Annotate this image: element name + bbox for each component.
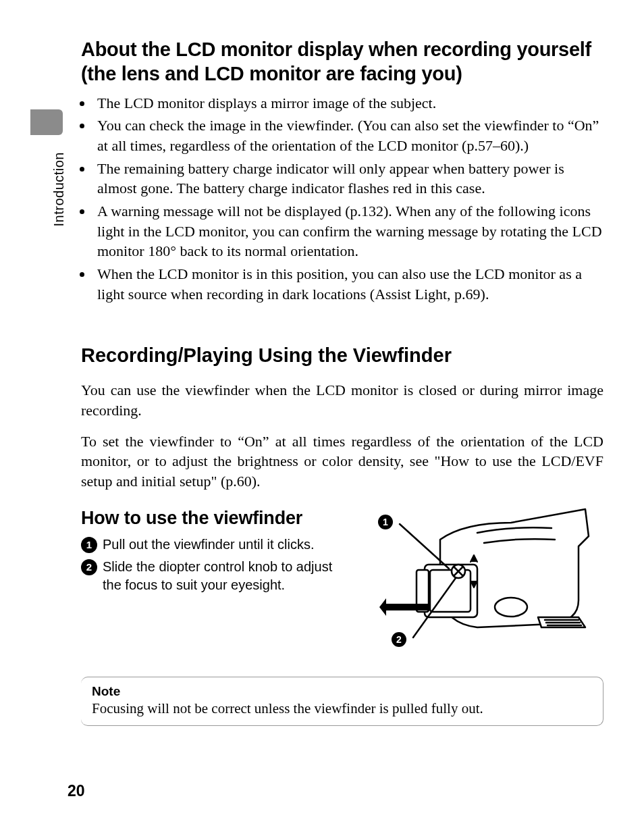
heading-lcd-monitor: About the LCD monitor display when recor… — [81, 37, 603, 86]
paragraph: You can use the viewfinder when the LCD … — [81, 380, 603, 420]
bullet-item: The remaining battery charge indicator w… — [93, 159, 603, 199]
howto-row: How to use the viewfinder 1 Pull out the… — [81, 502, 603, 658]
viewfinder-illustration: 1 2 — [365, 502, 603, 658]
howto-text-column: How to use the viewfinder 1 Pull out the… — [81, 502, 351, 598]
manual-page: Introduction About the LCD monitor displ… — [0, 0, 644, 834]
step-text: Slide the diopter control knob to adjust… — [103, 558, 351, 594]
paragraph: To set the viewfinder to “On” at all tim… — [81, 432, 603, 492]
step-item: 2 Slide the diopter control knob to adju… — [81, 558, 351, 594]
section-label: Introduction — [51, 152, 67, 227]
svg-point-9 — [495, 598, 527, 617]
note-box: Note Focusing will not be correct unless… — [81, 677, 603, 726]
bullet-list: The LCD monitor displays a mirror image … — [93, 93, 603, 305]
callout-badge-2: 2 — [392, 632, 406, 647]
step-number-badge: 2 — [81, 559, 97, 575]
bullet-item: You can check the image in the viewfinde… — [93, 115, 603, 155]
bullet-item: A warning message will not be displayed … — [93, 201, 603, 261]
bullet-item: The LCD monitor displays a mirror image … — [93, 93, 603, 113]
heading-viewfinder: Recording/Playing Using the Viewfinder — [81, 344, 603, 367]
step-item: 1 Pull out the viewfinder until it click… — [81, 536, 351, 554]
heading-howto: How to use the viewfinder — [81, 508, 351, 529]
callout-badge-1: 1 — [378, 515, 393, 529]
note-body: Focusing will not be correct unless the … — [92, 700, 592, 717]
page-number: 20 — [68, 782, 85, 800]
step-number-badge: 1 — [81, 537, 97, 553]
note-title: Note — [92, 684, 592, 699]
bullet-item: When the LCD monitor is in this position… — [93, 264, 603, 304]
chapter-tab — [30, 109, 63, 135]
step-text: Pull out the viewfinder until it clicks. — [103, 536, 351, 554]
